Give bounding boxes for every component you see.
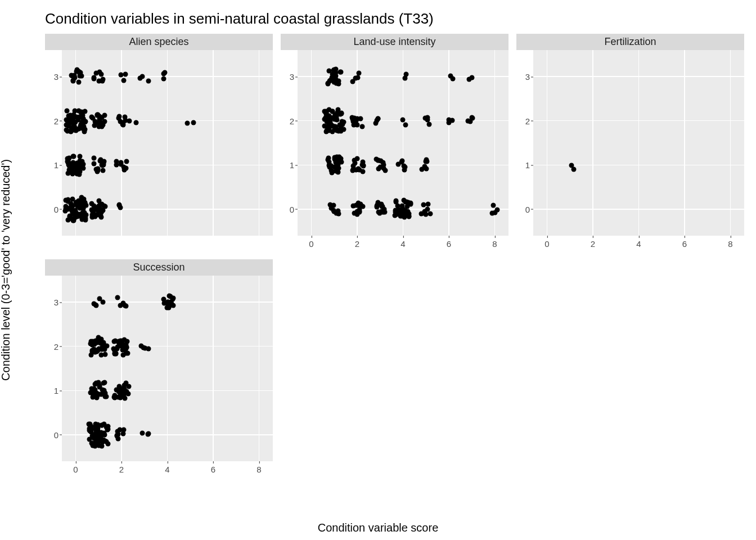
data-point bbox=[118, 344, 123, 349]
data-point bbox=[102, 119, 107, 124]
data-point bbox=[161, 71, 166, 76]
data-point bbox=[352, 158, 357, 163]
data-point bbox=[118, 160, 123, 165]
data-point bbox=[123, 304, 128, 309]
data-point bbox=[341, 127, 346, 132]
facet-alien-species: Alien species0123 bbox=[45, 34, 273, 251]
data-point bbox=[101, 388, 106, 393]
data-point bbox=[102, 380, 107, 385]
x-tick: 8 bbox=[728, 239, 732, 249]
y-tick: 1 bbox=[290, 160, 294, 170]
data-point bbox=[394, 200, 399, 205]
x-tick: 4 bbox=[165, 465, 169, 474]
y-tick: 1 bbox=[525, 160, 530, 170]
data-point bbox=[96, 443, 101, 448]
data-point bbox=[571, 166, 576, 172]
data-point bbox=[326, 81, 331, 86]
plot-panel bbox=[62, 276, 273, 461]
data-point bbox=[123, 346, 128, 351]
data-point bbox=[393, 209, 398, 214]
data-point bbox=[141, 345, 146, 350]
data-point bbox=[97, 114, 102, 119]
y-tick: 3 bbox=[525, 72, 530, 82]
facet-strip: Succession bbox=[45, 259, 273, 276]
data-point bbox=[95, 422, 100, 427]
x-tick: 6 bbox=[447, 239, 451, 249]
y-tick: 3 bbox=[290, 72, 294, 82]
data-point bbox=[422, 116, 428, 121]
data-point bbox=[79, 212, 84, 217]
data-point bbox=[124, 165, 129, 170]
data-point bbox=[165, 300, 170, 305]
data-point bbox=[403, 122, 408, 127]
page-title: Condition variables in semi-natural coas… bbox=[45, 10, 434, 28]
x-tick: 0 bbox=[73, 465, 78, 474]
data-point bbox=[335, 163, 340, 168]
y-tick: 3 bbox=[54, 72, 58, 82]
data-point bbox=[398, 208, 403, 213]
data-point bbox=[375, 158, 380, 163]
data-point bbox=[76, 169, 82, 174]
data-point bbox=[127, 118, 132, 123]
data-point bbox=[74, 69, 79, 74]
data-point bbox=[398, 213, 403, 218]
data-point bbox=[98, 72, 104, 77]
data-point bbox=[89, 214, 94, 219]
data-point bbox=[80, 205, 85, 210]
data-point bbox=[133, 120, 138, 125]
data-point bbox=[70, 73, 75, 78]
y-axis-label: Condition level (0-3='good' to 'very red… bbox=[0, 159, 12, 381]
plot-panel bbox=[62, 50, 273, 236]
data-point bbox=[336, 209, 341, 214]
data-point bbox=[332, 156, 338, 161]
data-point bbox=[467, 76, 472, 82]
y-tick: 0 bbox=[54, 204, 58, 214]
y-tick: 1 bbox=[54, 386, 58, 395]
data-point bbox=[327, 164, 332, 169]
x-tick: 4 bbox=[636, 239, 641, 249]
data-point bbox=[378, 165, 383, 170]
data-point bbox=[67, 214, 72, 219]
x-tick: 4 bbox=[400, 239, 405, 249]
y-tick: 2 bbox=[525, 116, 530, 125]
x-axis: 02468 bbox=[533, 236, 744, 251]
data-point bbox=[355, 116, 360, 122]
data-point bbox=[428, 212, 433, 217]
data-point bbox=[94, 391, 100, 396]
data-point bbox=[66, 162, 71, 167]
x-axis: 02468 bbox=[298, 236, 508, 251]
data-point bbox=[92, 161, 97, 166]
data-point bbox=[69, 129, 74, 134]
data-point bbox=[80, 111, 85, 116]
data-point bbox=[327, 69, 332, 74]
y-axis: 0123 bbox=[516, 50, 533, 236]
data-point bbox=[119, 386, 124, 391]
data-point bbox=[184, 120, 190, 125]
data-point bbox=[88, 390, 93, 395]
data-point bbox=[104, 394, 109, 399]
x-tick: 8 bbox=[492, 239, 497, 249]
facet-succession: Succession012302468 bbox=[45, 259, 273, 477]
data-point bbox=[89, 201, 94, 206]
data-point bbox=[470, 116, 475, 121]
data-point bbox=[328, 122, 334, 127]
data-point bbox=[138, 76, 143, 81]
data-point bbox=[424, 158, 429, 163]
data-point bbox=[76, 80, 81, 85]
y-axis: 0123 bbox=[45, 50, 62, 236]
data-point bbox=[332, 114, 338, 119]
data-point bbox=[124, 159, 129, 164]
y-tick: 2 bbox=[290, 116, 294, 125]
facet-fertilization: Fertilization012302468 bbox=[516, 34, 744, 251]
x-tick: 2 bbox=[591, 239, 595, 249]
data-point bbox=[88, 353, 93, 358]
data-point bbox=[406, 214, 411, 219]
data-point bbox=[399, 160, 404, 165]
data-point bbox=[350, 117, 355, 122]
facet-strip: Fertilization bbox=[516, 34, 744, 50]
data-point bbox=[340, 122, 345, 127]
data-point bbox=[126, 392, 131, 397]
x-tick: 2 bbox=[355, 239, 359, 249]
data-point bbox=[66, 118, 71, 123]
data-point bbox=[91, 76, 96, 81]
